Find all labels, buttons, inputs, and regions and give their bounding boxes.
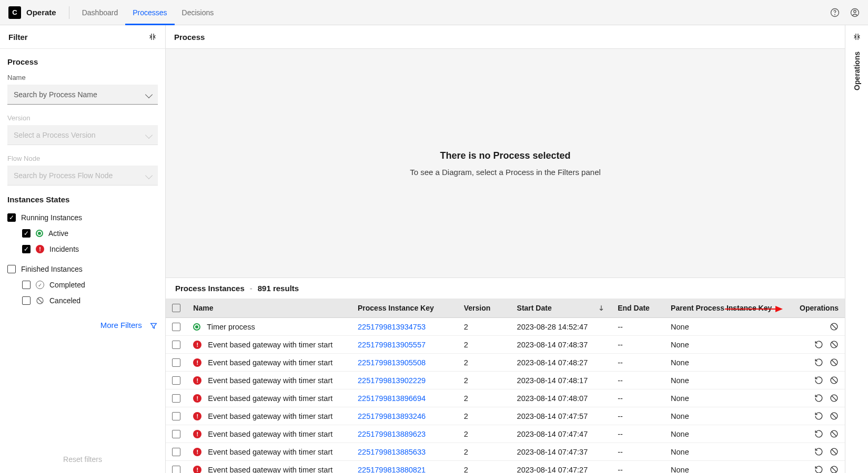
instance-version: 2 (458, 354, 511, 372)
collapse-panel-icon[interactable] (148, 33, 157, 41)
tab-decisions[interactable]: Decisions (182, 0, 214, 25)
table-row: !Event based gateway with timer start225… (166, 425, 845, 443)
running-checkbox[interactable] (7, 213, 16, 222)
process-panel-title: Process (166, 25, 845, 49)
instance-key-link[interactable]: 2251799813905557 (358, 341, 426, 349)
incident-status-icon: ! (193, 448, 201, 456)
active-checkbox[interactable] (22, 229, 31, 238)
reset-filters-button[interactable]: Reset filters (0, 446, 165, 473)
active-status-icon (193, 323, 200, 331)
incident-status-icon: ! (193, 466, 201, 474)
instance-start-date: 2023-08-14 07:47:57 (511, 407, 612, 425)
cancel-icon[interactable] (830, 358, 839, 367)
svg-point-1 (835, 14, 835, 15)
incidents-checkbox[interactable] (22, 245, 31, 253)
row-checkbox[interactable] (172, 323, 180, 331)
finished-checkbox[interactable] (7, 265, 16, 273)
cancel-icon[interactable] (830, 322, 839, 331)
column-name[interactable]: Name (187, 299, 351, 318)
flownode-placeholder: Search by Process Flow Node (14, 171, 113, 180)
retry-icon[interactable] (814, 465, 823, 473)
user-icon[interactable] (850, 8, 860, 17)
running-label: Running Instances (21, 213, 82, 222)
column-start[interactable]: Start Date (511, 299, 612, 318)
select-all-checkbox[interactable] (172, 304, 180, 312)
tab-processes[interactable]: Processes (133, 0, 167, 25)
row-checkbox[interactable] (172, 376, 180, 385)
operations-rail-label: Operations (853, 52, 861, 90)
column-parent[interactable]: Parent Process Instance Key (664, 299, 792, 318)
column-key[interactable]: Process Instance Key (351, 299, 458, 318)
instance-name: Event based gateway with timer start (208, 466, 332, 474)
instances-table-wrap: Name Process Instance Key Version Start … (166, 299, 845, 473)
completed-checkbox[interactable] (22, 281, 31, 289)
version-label: Version (7, 114, 158, 122)
instance-key-link[interactable]: 2251799813889623 (358, 430, 426, 438)
cancel-icon[interactable] (830, 429, 839, 438)
divider (69, 6, 69, 19)
help-icon[interactable] (830, 8, 840, 17)
row-checkbox[interactable] (172, 341, 180, 349)
cancel-icon[interactable] (830, 376, 839, 385)
table-row: Timer process225179981393475322023-08-28… (166, 318, 845, 336)
empty-subtitle: To see a Diagram, select a Process in th… (410, 168, 601, 177)
instance-name: Event based gateway with timer start (208, 341, 332, 349)
cancel-icon[interactable] (830, 340, 839, 349)
retry-icon[interactable] (814, 376, 823, 385)
retry-icon[interactable] (814, 358, 823, 367)
instance-key-link[interactable]: 2251799813896694 (358, 394, 426, 403)
instance-end-date: -- (611, 461, 664, 474)
instance-name: Event based gateway with timer start (208, 376, 332, 385)
retry-icon[interactable] (814, 447, 823, 456)
filter-icon[interactable] (149, 322, 158, 330)
cancel-icon[interactable] (830, 465, 839, 473)
chevron-down-icon (145, 131, 153, 138)
instance-start-date: 2023-08-14 07:47:37 (511, 443, 612, 461)
instance-version: 2 (458, 461, 511, 474)
instance-parent-key: None (664, 372, 792, 389)
filter-header: Filter (0, 25, 165, 49)
cancel-icon[interactable] (830, 394, 839, 403)
operations-rail[interactable]: Operations (845, 25, 868, 473)
instances-header: Process Instances - 891 results (166, 277, 845, 299)
instance-start-date: 2023-08-14 07:48:27 (511, 354, 612, 372)
instance-parent-key: None (664, 318, 792, 336)
retry-icon[interactable] (814, 412, 823, 420)
instance-parent-key: None (664, 425, 792, 443)
table-row: !Event based gateway with timer start225… (166, 372, 845, 389)
column-version[interactable]: Version (458, 299, 511, 318)
retry-icon[interactable] (814, 340, 823, 349)
flownode-label: Flow Node (7, 155, 158, 162)
process-version-select: Select a Process Version (7, 125, 158, 145)
retry-icon[interactable] (814, 394, 823, 403)
column-end[interactable]: End Date (611, 299, 664, 318)
instance-version: 2 (458, 318, 511, 336)
tab-dashboard[interactable]: Dashboard (82, 0, 118, 25)
canceled-checkbox[interactable] (22, 296, 31, 305)
instance-end-date: -- (611, 425, 664, 443)
expand-panel-icon[interactable] (853, 33, 861, 41)
retry-icon[interactable] (814, 429, 823, 438)
instance-key-link[interactable]: 2251799813885633 (358, 448, 426, 456)
row-checkbox[interactable] (172, 430, 180, 438)
instance-key-link[interactable]: 2251799813902229 (358, 376, 426, 385)
cancel-icon[interactable] (830, 412, 839, 420)
finished-label: Finished Instances (21, 265, 83, 273)
instance-key-link[interactable]: 2251799813934753 (358, 323, 426, 331)
instance-parent-key: None (664, 336, 792, 354)
version-placeholder: Select a Process Version (14, 131, 96, 139)
instance-key-link[interactable]: 2251799813893246 (358, 412, 426, 420)
process-section-title: Process (7, 57, 158, 66)
cancel-icon[interactable] (830, 447, 839, 456)
row-checkbox[interactable] (172, 466, 180, 474)
instance-version: 2 (458, 389, 511, 407)
row-checkbox[interactable] (172, 358, 180, 367)
instance-key-link[interactable]: 2251799813905508 (358, 358, 426, 367)
row-checkbox[interactable] (172, 412, 180, 420)
instance-key-link[interactable]: 2251799813880821 (358, 466, 426, 474)
process-name-select[interactable]: Search by Process Name (7, 85, 158, 105)
instance-version: 2 (458, 425, 511, 443)
row-checkbox[interactable] (172, 394, 180, 403)
more-filters-button[interactable]: More Filters (100, 321, 142, 330)
row-checkbox[interactable] (172, 448, 180, 456)
